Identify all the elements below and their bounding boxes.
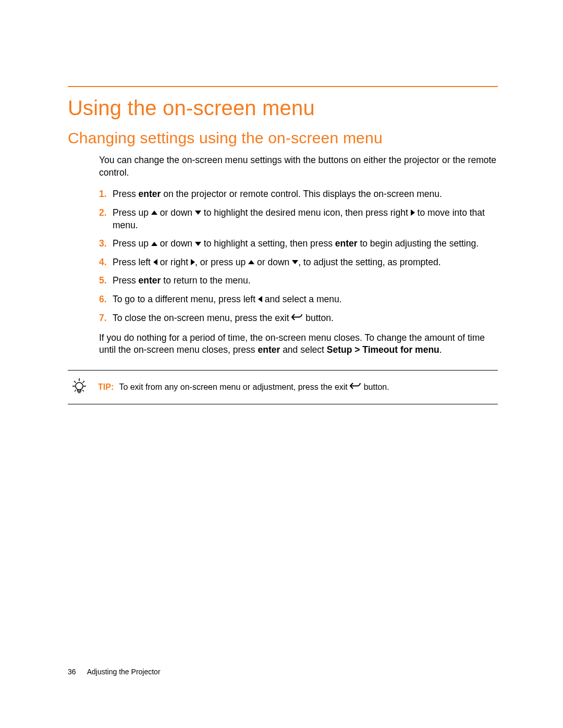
arrow-down-icon — [292, 260, 298, 264]
arrow-right-icon — [411, 209, 415, 216]
body-column: You can change the on-screen menu settin… — [99, 154, 498, 356]
lightbulb-icon — [68, 377, 91, 398]
step-7: 7. To close the on-screen menu, press th… — [99, 312, 498, 325]
step-number: 2. — [99, 207, 113, 231]
tip-text: TIP: To exit from any on-screen menu or … — [98, 382, 389, 392]
footer-section: Adjusting the Projector — [87, 668, 161, 676]
exit-icon — [291, 312, 303, 324]
arrow-up-icon — [151, 242, 157, 246]
step-2: 2. Press up or down to highlight the des… — [99, 207, 498, 231]
steps-list: 1. Press enter on the projector or remot… — [99, 188, 498, 325]
step-6: 6. To go to a different menu, press left… — [99, 293, 498, 306]
closing-paragraph: If you do nothing for a period of time, … — [99, 332, 498, 356]
step-text: To go to a different menu, press left an… — [113, 293, 498, 306]
top-rule — [68, 86, 498, 87]
step-text: Press enter to return to the menu. — [113, 275, 498, 287]
step-number: 6. — [99, 293, 113, 306]
step-text: To close the on-screen menu, press the e… — [113, 312, 498, 325]
arrow-left-icon — [258, 296, 262, 302]
svg-point-0 — [76, 382, 83, 390]
arrow-up-icon — [248, 260, 254, 264]
svg-line-4 — [74, 381, 76, 383]
step-text: Press up or down to highlight a setting,… — [113, 238, 498, 250]
step-number: 5. — [99, 275, 113, 287]
svg-line-7 — [82, 390, 84, 392]
step-text: Press up or down to highlight the desire… — [113, 207, 498, 231]
arrow-right-icon — [191, 259, 195, 265]
step-number: 7. — [99, 312, 113, 325]
arrow-up-icon — [151, 211, 157, 215]
heading-2: Changing settings using the on-screen me… — [68, 129, 498, 147]
step-number: 4. — [99, 256, 113, 269]
page: Using the on-screen menu Changing settin… — [0, 0, 563, 728]
exit-icon — [350, 382, 361, 391]
arrow-down-icon — [195, 242, 201, 246]
step-text: Press left or right , or press up or dow… — [113, 256, 498, 269]
step-4: 4. Press left or right , or press up or … — [99, 256, 498, 269]
page-number: 36 — [68, 668, 76, 676]
heading-1: Using the on-screen menu — [68, 96, 498, 120]
step-3: 3. Press up or down to highlight a setti… — [99, 238, 498, 250]
step-number: 1. — [99, 188, 113, 201]
step-text: Press enter on the projector or remote c… — [113, 188, 498, 201]
tip-bar: TIP: To exit from any on-screen menu or … — [68, 370, 498, 404]
step-number: 3. — [99, 238, 113, 250]
svg-line-5 — [83, 381, 85, 383]
tip-block: TIP: To exit from any on-screen menu or … — [68, 370, 498, 404]
step-1: 1. Press enter on the projector or remot… — [99, 188, 498, 201]
step-5: 5. Press enter to return to the menu. — [99, 275, 498, 287]
arrow-down-icon — [195, 211, 201, 215]
arrow-left-icon — [153, 259, 157, 265]
intro-paragraph: You can change the on-screen menu settin… — [99, 154, 498, 179]
tip-label: TIP: — [98, 382, 114, 391]
svg-line-6 — [75, 390, 76, 392]
page-footer: 36 Adjusting the Projector — [68, 668, 161, 676]
